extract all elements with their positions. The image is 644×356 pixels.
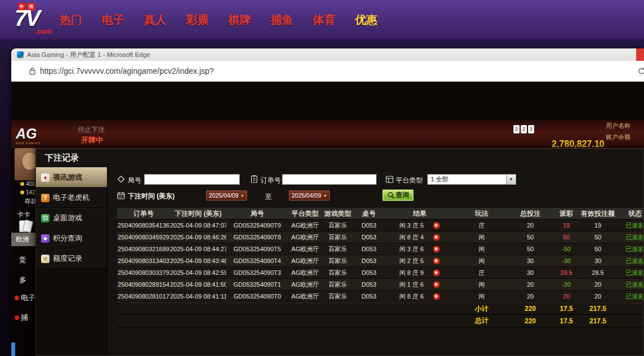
cell-bet-time: 2025-04-09 08:44:27	[170, 246, 226, 252]
cell-table-number: D053	[354, 257, 384, 264]
panel-menu-item[interactable]: 积分查询	[36, 228, 107, 248]
hall-tab-europe[interactable]: 欧洲	[11, 233, 35, 246]
cell-game-type: 百家乐	[322, 245, 354, 253]
cell-table-number: D053	[354, 293, 384, 300]
top-nav-item[interactable]: 热门	[50, 0, 92, 39]
top-nav-item[interactable]: 优惠	[345, 0, 387, 39]
cell-play-type: 闲	[455, 281, 508, 289]
hall-tab-duo[interactable]: 多	[19, 275, 26, 285]
cell-game-type: 百家乐	[322, 257, 354, 265]
cell-total-bet: 20	[508, 293, 552, 300]
subtotal-row: 小计 220 17.5 217.5	[117, 302, 644, 315]
table-header-cell: 平台类型	[288, 209, 322, 219]
table-header-cell: 有效投注额	[580, 209, 615, 219]
panel-menu-item[interactable]: 电子老虎机	[36, 188, 107, 208]
top-nav-item[interactable]: 棋牌	[218, 0, 261, 39]
sidebar-fragment: 142	[20, 189, 35, 195]
cell-table-number: D053	[354, 246, 384, 252]
table-row: 250409080313403 2025-04-09 08:43:48 GD05…	[117, 255, 644, 267]
cell-platform: AG欧洲厅	[288, 257, 322, 265]
playing-card: 2	[528, 125, 534, 134]
cell-status: 已派彩	[615, 269, 644, 277]
total-row: 总计 220 17.5 217.5	[117, 315, 644, 327]
cell-round-number: GD053254090T0	[226, 293, 288, 300]
menu-item-label: 视讯游戏	[53, 172, 82, 183]
username-label: 用户名称	[606, 122, 630, 130]
table-header-cell: 状态	[615, 209, 644, 219]
cell-play-type: 闲	[455, 257, 508, 265]
top-nav-item[interactable]: 真人	[134, 0, 176, 39]
browser-urlbar[interactable]: https://gci.7vvvvvv.com/agingame/pcv2/in…	[11, 61, 644, 82]
hall-tab-jing[interactable]: 竞	[19, 255, 26, 265]
top-nav-item[interactable]: 体育	[303, 0, 345, 39]
refresh-icon[interactable]	[637, 66, 644, 78]
browser-titlebar[interactable]: Asia Gaming - 用户配置 1 - Microsoft Edge	[11, 48, 644, 61]
cell-table-number: D053	[354, 269, 384, 276]
top-nav-item[interactable]: 电子	[92, 0, 134, 39]
table-header-cell: 结果	[384, 209, 455, 219]
cell-game-type: 百家乐	[322, 281, 354, 289]
platform-type-select[interactable]: 1.全部	[427, 174, 516, 185]
result-text: 闲 8 庄 4	[399, 233, 423, 242]
cell-result: 闲 3 庄 5	[384, 221, 455, 230]
panel-menu-item[interactable]: 桌面游戏	[36, 208, 107, 228]
hall-tab-buyu[interactable]: 捕	[15, 313, 28, 323]
menu-item-icon	[41, 214, 50, 222]
page-content: AG ASIA GAMING 停止下注 开牌中 222 用户名称 账户余额 2,…	[11, 82, 644, 356]
cell-total-bet: 20	[508, 222, 552, 229]
round-number-icon	[117, 175, 125, 183]
top-nav-item[interactable]: 捕鱼	[261, 0, 303, 39]
order-number-icon	[251, 175, 258, 183]
cell-table-number: D053	[354, 234, 384, 241]
date-from-dropdown[interactable]: 2025/04/09	[206, 190, 247, 201]
play-video-icon[interactable]	[433, 269, 440, 277]
date-to-dropdown[interactable]: 2025/04/09	[289, 190, 330, 201]
browser-window: Asia Gaming - 用户配置 1 - Microsoft Edge ht…	[11, 48, 644, 356]
table-header-cell: 桌号	[354, 209, 384, 219]
play-video-icon[interactable]	[433, 257, 440, 265]
top-nav-item[interactable]: 彩票	[176, 0, 218, 39]
cell-total-bet: 30	[508, 269, 552, 276]
site-top-nav: 申 博 7V .com 热门 电子 真人 彩票 棋牌 捕鱼 体育 优惠	[0, 0, 644, 39]
dealt-cards: 222	[513, 125, 534, 134]
cell-result: 闲 3 庄 6	[384, 245, 455, 253]
cell-valid-bet: 20	[580, 281, 615, 288]
cell-order-number: 250409080281017	[117, 293, 170, 300]
close-button[interactable]	[636, 48, 644, 61]
round-number-input[interactable]	[144, 174, 240, 185]
play-video-icon[interactable]	[433, 293, 440, 300]
subtotal-payout: 17.5	[552, 305, 580, 313]
result-text: 闲 8 庄 9	[399, 269, 423, 277]
table-row: 250409080303379 2025-04-09 08:42:59 GD05…	[117, 267, 644, 279]
play-video-icon[interactable]	[433, 281, 440, 288]
play-video-icon[interactable]	[433, 234, 440, 241]
lobby-top-band	[11, 120, 644, 148]
panel-menu-item[interactable]: 额度记录	[36, 248, 107, 269]
table-header-cell: 派彩	[552, 209, 580, 219]
panel-menu-item[interactable]: 视讯游戏	[36, 167, 107, 188]
cell-play-type: 庄	[455, 221, 508, 230]
cell-bet-time: 2025-04-09 08:41:11	[170, 293, 226, 300]
cell-bet-time: 2025-04-09 08:46:26	[170, 234, 226, 241]
cell-order-number: 250409080345929	[117, 234, 170, 241]
chevron-down-icon[interactable]	[506, 175, 516, 184]
cell-status: 已派彩	[615, 245, 644, 253]
search-button[interactable]: 查询	[382, 189, 414, 201]
menu-item-icon	[41, 173, 50, 182]
hall-tab-dianzi[interactable]: 电子	[15, 293, 35, 303]
order-number-input[interactable]	[282, 174, 377, 185]
result-text: 闲 3 庄 5	[399, 221, 423, 230]
cell-status: 已派彩	[615, 233, 644, 242]
play-video-icon[interactable]	[433, 222, 440, 229]
result-text: 闲 1 庄 6	[399, 281, 423, 289]
url-text[interactable]: https://gci.7vvvvvv.com/agingame/pcv2/in…	[40, 66, 214, 75]
cell-table-number: D053	[354, 281, 384, 288]
search-button-label: 查询	[396, 190, 409, 200]
table-row: 250409080289154 2025-04-09 08:41:50 GD05…	[117, 279, 644, 291]
cell-order-number: 250409080354136	[117, 222, 170, 229]
cell-order-number: 250409080321689	[117, 246, 170, 252]
play-video-icon[interactable]	[433, 246, 440, 253]
cell-table-number: D053	[354, 222, 384, 229]
table-header-row: 订单号下注时间 (美东)局号平台类型游戏类型桌号结果玩法总投注派彩有效投注额状态	[117, 208, 644, 220]
cell-payout: -50	[552, 246, 580, 252]
